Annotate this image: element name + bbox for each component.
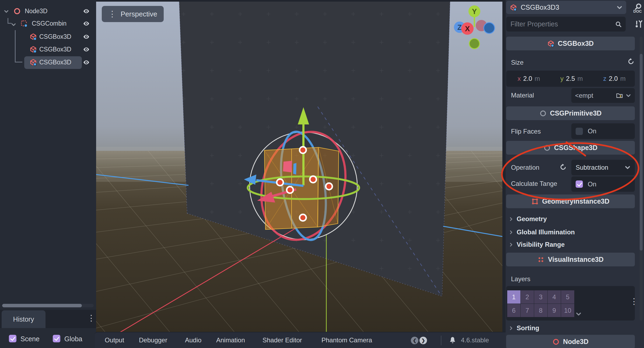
flip-faces-checkbox[interactable] bbox=[576, 128, 583, 135]
eye-icon[interactable] bbox=[82, 59, 90, 66]
calculate-tangents-checkbox[interactable] bbox=[576, 180, 583, 188]
geometry-instance-icon bbox=[531, 198, 538, 205]
layer-cell-9[interactable]: 9 bbox=[548, 304, 561, 317]
notification-bell-icon[interactable] bbox=[449, 336, 457, 344]
size-y-value[interactable]: 2.5 bbox=[566, 75, 575, 82]
tab-history[interactable]: History bbox=[2, 310, 46, 328]
category-label: CSGBox3D bbox=[558, 40, 594, 47]
axis-label-x: X bbox=[465, 25, 470, 33]
inspector-node-selector[interactable]: CSGBox3D3 bbox=[506, 1, 626, 14]
axis-ball-neg-y[interactable] bbox=[469, 39, 480, 49]
layers-menu-icon[interactable]: ⋮ bbox=[630, 297, 638, 305]
group-global-illumination[interactable]: Global Illumination bbox=[506, 227, 635, 238]
category-node3d[interactable]: Node3D bbox=[506, 335, 635, 348]
scene-checkbox[interactable] bbox=[9, 335, 16, 342]
size-x-value[interactable]: 2.0 bbox=[523, 75, 532, 82]
material-label: Material bbox=[511, 92, 534, 99]
node3d-icon bbox=[13, 8, 21, 15]
tree-hscrollbar-thumb[interactable] bbox=[2, 304, 82, 307]
group-geometry[interactable]: Geometry bbox=[506, 214, 635, 224]
layer-cell-10[interactable]: 10 bbox=[561, 304, 574, 317]
chevron-down-icon bbox=[617, 5, 622, 11]
size-z-axis-letter: z bbox=[601, 75, 609, 82]
gizmo-plane-handle-blue[interactable] bbox=[293, 163, 296, 175]
group-sorting[interactable]: Sorting bbox=[506, 323, 635, 333]
category-geometryinstance3d[interactable]: GeometryInstance3D bbox=[506, 194, 635, 208]
size-z-unit: m bbox=[620, 75, 626, 82]
operation-dropdown[interactable]: Subtraction bbox=[571, 160, 635, 175]
csg-combiner-icon bbox=[20, 20, 28, 27]
tab-audio[interactable]: Audio bbox=[185, 332, 201, 348]
layer-cell-2[interactable]: 2 bbox=[521, 290, 534, 304]
layer-cell-8[interactable]: 8 bbox=[534, 304, 547, 317]
chevron-right-icon bbox=[509, 217, 513, 221]
tree-item-label[interactable]: Node3D bbox=[25, 8, 47, 15]
revert-icon[interactable] bbox=[627, 58, 635, 65]
layer-cell-7[interactable]: 7 bbox=[521, 304, 534, 317]
size-vector3-field[interactable]: x 2.0 m y 2.5 m z 2.0 m bbox=[506, 71, 635, 87]
layer-cell-3[interactable]: 3 bbox=[534, 290, 547, 304]
tab-animation[interactable]: Animation bbox=[216, 332, 245, 348]
layer-cell-4[interactable]: 4 bbox=[548, 290, 561, 304]
gizmo-plane-handle-pink[interactable] bbox=[283, 161, 292, 172]
filter-properties-input[interactable] bbox=[510, 20, 615, 28]
filter-properties-box[interactable] bbox=[506, 17, 626, 32]
quick-load-folder-icon[interactable] bbox=[616, 92, 623, 99]
operation-value: Subtraction bbox=[576, 164, 622, 171]
doc-search-icon[interactable] bbox=[632, 2, 643, 15]
layer-cell-1[interactable]: 1 bbox=[507, 290, 520, 304]
revert-icon[interactable] bbox=[559, 163, 567, 171]
layer-cell-6[interactable]: 6 bbox=[507, 304, 520, 317]
perspective-menu-button[interactable]: ⋮ Perspective bbox=[102, 6, 164, 22]
tab-phantom-camera[interactable]: Phantom Camera bbox=[321, 332, 372, 348]
category-visualinstance3d[interactable]: VisualInstance3D bbox=[506, 253, 635, 266]
eye-icon[interactable] bbox=[82, 33, 90, 40]
tree-item-label[interactable]: CSGBox3D bbox=[39, 33, 71, 40]
eye-icon[interactable] bbox=[82, 46, 90, 53]
flip-faces-on-label: On bbox=[588, 127, 596, 135]
csg-box-icon bbox=[547, 40, 554, 47]
category-csgbox3d[interactable]: CSGBox3D bbox=[506, 37, 635, 50]
selected-node-name: CSGBox3D3 bbox=[521, 4, 613, 11]
eye-icon[interactable] bbox=[82, 8, 90, 15]
tools-icon[interactable] bbox=[634, 19, 643, 29]
viewport-3d-scene[interactable]: Z X Y bbox=[96, 0, 502, 332]
bottom-bar-divider bbox=[441, 336, 442, 345]
tree-row-node3d[interactable]: Node3D bbox=[0, 5, 96, 18]
nav-back-icon[interactable]: ❮ bbox=[411, 337, 418, 344]
tab-shader-editor[interactable]: Shader Editor bbox=[262, 332, 302, 348]
chevron-down-icon[interactable] bbox=[11, 22, 16, 27]
size-z-value[interactable]: 2.0 bbox=[609, 75, 618, 82]
layer-cell-5[interactable]: 5 bbox=[561, 290, 574, 304]
tab-debugger[interactable]: Debugger bbox=[139, 332, 167, 348]
material-field[interactable]: <empt bbox=[571, 88, 635, 103]
layers-expand-chevron-icon[interactable] bbox=[576, 311, 582, 317]
category-csgshape3d[interactable]: CSGShape3D bbox=[506, 141, 635, 155]
axis-label-y: Y bbox=[472, 8, 477, 16]
eye-icon[interactable] bbox=[82, 20, 90, 27]
tree-row-csgbox3d-2[interactable]: CSGBox3D bbox=[0, 43, 96, 56]
category-csgprimitive3d[interactable]: CSGPrimitive3D bbox=[506, 106, 635, 120]
calculate-tangents-field[interactable]: On bbox=[571, 176, 635, 192]
tree-item-label[interactable]: CSGBox3D bbox=[39, 46, 71, 53]
tab-output[interactable]: Output bbox=[105, 332, 124, 348]
flip-faces-field[interactable]: On bbox=[571, 123, 635, 139]
group-visibility-range[interactable]: Visibility Range bbox=[506, 239, 635, 250]
chevron-down-icon[interactable] bbox=[626, 93, 631, 98]
bottom-panel-bar: Output Debugger Audio Animation Shader E… bbox=[95, 332, 506, 348]
tree-item-label[interactable]: CSGBox3D bbox=[39, 59, 71, 66]
csg-box-icon bbox=[30, 46, 37, 53]
axis-ball-neg-z[interactable] bbox=[484, 23, 495, 33]
global-checkbox[interactable] bbox=[53, 335, 60, 342]
chevron-down-icon[interactable] bbox=[4, 9, 9, 14]
scene-checkbox-label: Scene bbox=[20, 335, 40, 343]
tree-row-csgcombiner[interactable]: CSGCombin bbox=[0, 18, 96, 30]
nav-forward-icon[interactable]: ❯ bbox=[419, 337, 427, 344]
inspector-scrollbar-thumb[interactable] bbox=[640, 54, 643, 250]
godot-editor-window: Node3D CSGCombin CSGBox3D CSGBox3D CSGBo… bbox=[0, 0, 644, 348]
inspector-panel: CSGBox3D3 CSGBox3D Size x 2.0 m y 2.5 bbox=[506, 0, 644, 348]
tree-row-csgbox3d-3-selected[interactable]: CSGBox3D bbox=[0, 56, 96, 69]
tree-row-csgbox3d-1[interactable]: CSGBox3D bbox=[0, 31, 96, 43]
history-menu-icon[interactable]: ⋮ bbox=[87, 314, 95, 322]
tree-item-label[interactable]: CSGCombin bbox=[32, 20, 66, 27]
